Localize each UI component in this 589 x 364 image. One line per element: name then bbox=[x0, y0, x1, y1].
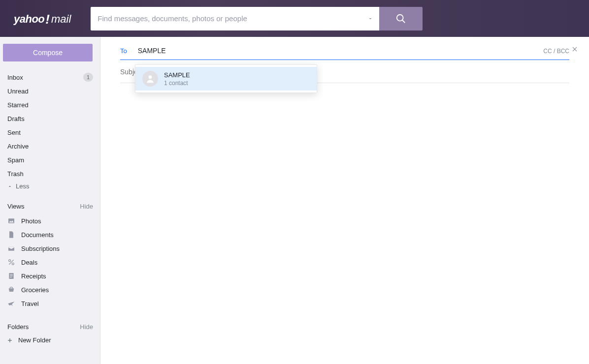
nav-unread[interactable]: Unread bbox=[0, 84, 100, 98]
new-folder-label: New Folder bbox=[18, 336, 51, 344]
groceries-icon bbox=[7, 286, 15, 294]
svg-point-4 bbox=[9, 260, 11, 262]
contact-sub: 1 contact bbox=[164, 80, 190, 87]
svg-rect-8 bbox=[10, 274, 12, 275]
view-label: Travel bbox=[21, 300, 39, 307]
svg-rect-10 bbox=[10, 277, 11, 277]
to-input[interactable] bbox=[138, 47, 569, 55]
nav-label: Unread bbox=[7, 88, 29, 95]
logo-text-mail: mail bbox=[51, 13, 71, 26]
view-label: Receipts bbox=[21, 273, 46, 280]
svg-point-15 bbox=[149, 75, 152, 79]
cc-bcc-toggle[interactable]: CC / BCC bbox=[543, 48, 569, 55]
view-label: Deals bbox=[21, 259, 37, 266]
receipts-icon bbox=[7, 272, 15, 280]
contact-suggestion-text: SAMPLE 1 contact bbox=[164, 71, 190, 87]
avatar bbox=[142, 71, 158, 87]
folders-header: Folders Hide bbox=[0, 323, 100, 331]
nav-trash[interactable]: Trash bbox=[0, 167, 100, 181]
nav-label: Archive bbox=[7, 143, 29, 150]
new-folder-button[interactable]: New Folder bbox=[0, 334, 100, 344]
folder-nav: Inbox 1 Unread Starred Drafts Sent Archi… bbox=[0, 70, 100, 181]
nav-sent[interactable]: Sent bbox=[0, 125, 100, 139]
app-header: yahoo ! mail bbox=[0, 0, 589, 37]
svg-point-0 bbox=[397, 14, 403, 21]
yahoo-mail-logo[interactable]: yahoo ! mail bbox=[14, 11, 71, 26]
nav-label: Inbox bbox=[7, 74, 23, 81]
nav-label: Starred bbox=[7, 101, 29, 109]
person-icon bbox=[145, 74, 155, 84]
deals-icon bbox=[7, 258, 15, 266]
view-label: Groceries bbox=[21, 286, 49, 294]
view-label: Documents bbox=[21, 231, 54, 239]
view-travel[interactable]: Travel bbox=[0, 297, 100, 310]
close-compose-button[interactable] bbox=[571, 46, 578, 54]
nav-starred[interactable]: Starred bbox=[0, 98, 100, 112]
svg-rect-9 bbox=[10, 275, 12, 276]
svg-line-6 bbox=[9, 260, 13, 264]
nav-label: Drafts bbox=[7, 115, 25, 122]
nav-spam[interactable]: Spam bbox=[0, 153, 100, 167]
contact-suggestion-dropdown: SAMPLE 1 contact bbox=[135, 64, 317, 93]
views-header: Views Hide bbox=[0, 203, 100, 210]
photo-icon bbox=[7, 217, 15, 225]
logo-text-yahoo: yahoo bbox=[14, 13, 44, 26]
view-receipts[interactable]: Receipts bbox=[0, 269, 100, 283]
inbox-badge: 1 bbox=[83, 73, 93, 82]
compose-button[interactable]: Compose bbox=[3, 44, 93, 61]
view-deals[interactable]: Deals bbox=[0, 255, 100, 269]
subscriptions-icon bbox=[7, 244, 15, 252]
view-label: Photos bbox=[21, 217, 41, 225]
nav-drafts[interactable]: Drafts bbox=[0, 112, 100, 125]
views-hide-link[interactable]: Hide bbox=[80, 203, 93, 210]
less-toggle[interactable]: Less bbox=[0, 181, 100, 190]
travel-icon bbox=[7, 300, 15, 307]
nav-label: Spam bbox=[7, 156, 24, 164]
view-label: Subscriptions bbox=[21, 245, 60, 252]
nav-label: Sent bbox=[7, 129, 21, 136]
view-subscriptions[interactable]: Subscriptions bbox=[0, 242, 100, 255]
to-label: To bbox=[120, 47, 127, 55]
svg-line-1 bbox=[402, 20, 405, 23]
view-groceries[interactable]: Groceries bbox=[0, 283, 100, 297]
close-icon bbox=[571, 46, 578, 53]
svg-point-5 bbox=[12, 263, 14, 265]
folders-title: Folders bbox=[7, 323, 29, 331]
contact-name: SAMPLE bbox=[164, 71, 190, 79]
nav-label: Trash bbox=[7, 170, 24, 178]
view-photos[interactable]: Photos bbox=[0, 214, 100, 228]
logo-text-bang: ! bbox=[45, 12, 50, 27]
search-icon bbox=[395, 13, 406, 24]
sidebar: Compose Inbox 1 Unread Starred Drafts Se… bbox=[0, 37, 100, 364]
chevron-up-icon bbox=[7, 184, 12, 189]
views-title: Views bbox=[7, 203, 24, 210]
contact-suggestion-item[interactable]: SAMPLE 1 contact bbox=[135, 67, 317, 91]
search-button[interactable] bbox=[379, 7, 423, 30]
nav-inbox[interactable]: Inbox 1 bbox=[0, 70, 100, 84]
to-field-row: To CC / BCC SAMPLE 1 contact bbox=[120, 47, 569, 60]
search-input[interactable] bbox=[91, 7, 379, 30]
view-documents[interactable]: Documents bbox=[0, 228, 100, 242]
less-label: Less bbox=[16, 182, 29, 190]
search-bar bbox=[91, 7, 423, 30]
chevron-down-icon[interactable] bbox=[367, 16, 373, 22]
folders-hide-link[interactable]: Hide bbox=[80, 323, 93, 331]
compose-panel: To CC / BCC SAMPLE 1 contact bbox=[100, 37, 589, 364]
nav-archive[interactable]: Archive bbox=[0, 139, 100, 153]
document-icon bbox=[7, 231, 15, 239]
plus-icon bbox=[6, 337, 13, 344]
